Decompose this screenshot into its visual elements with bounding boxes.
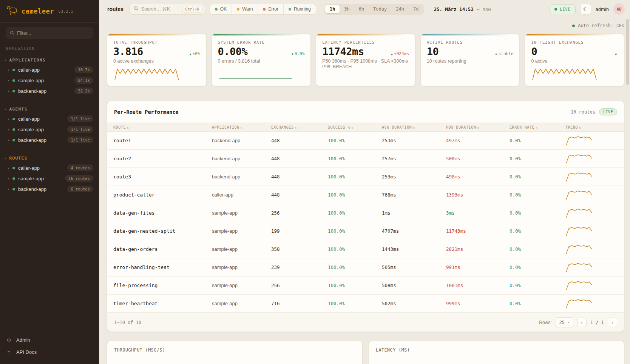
column-header-application[interactable]: APPLICATION⇅ [212,125,271,129]
table-row-product-caller[interactable]: product-callercaller-app448100.0%768ms13… [107,186,624,204]
sidebar-section-header-routes[interactable]: ▾ROUTES [0,154,99,163]
cell-route: route2 [113,156,212,161]
scrollbar[interactable] [626,19,629,361]
sidebar-item-label: sample-app [18,78,44,83]
status-filter-ok[interactable]: OK [210,4,232,14]
table-row-timer-heartbeat[interactable]: timer-heartbeatsample-app716100.0%502ms9… [107,295,624,313]
table-row-error-handling-test[interactable]: error-handling-testsample-app239100.0%50… [107,258,624,276]
cell-trend-sparkline [565,208,624,218]
column-header-label: P99 DURATION [446,125,476,129]
search-shortcut-badge: Ctrl+K [182,6,202,12]
sidebar-item-caller-app[interactable]: ▸caller-app1/1 live [0,114,99,124]
cell-avg-duration: 1ms [382,210,446,216]
time-range-24h[interactable]: 24h [391,5,409,13]
sidebar-footer-api-docs[interactable]: ≡API Docs [6,346,93,358]
camel-logo-icon [6,5,18,17]
next-page-button[interactable]: › [608,318,617,327]
sidebar-item-sample-app[interactable]: ▸sample-app16 routes [0,173,99,184]
sidebar-item-caller-app[interactable]: ▸caller-app4 routes [0,163,99,173]
date-range[interactable]: 25. März 14:53 — now [428,6,496,12]
sidebar-section-applications: ▾APPLICATIONS▸caller-app10.7k▸sample-app… [0,54,99,96]
cell-avg-duration: 253ms [382,138,446,143]
date-range-start: 25. März 14:53 [434,6,473,12]
status-filter-running[interactable]: Running [283,4,316,14]
cell-success: 100.0% [328,264,382,270]
column-header-route[interactable]: ROUTE⇅ [113,125,212,129]
global-search[interactable]: Ctrl+K [130,4,205,15]
sidebar-section-routes: ▾ROUTES▸caller-app4 routes▸sample-app16 … [0,150,99,194]
column-header-error-rate[interactable]: ERROR RATE⇅ [510,125,565,129]
cell-avg-duration: 253ms [382,174,446,180]
sidebar-item-label: backend-app [18,186,46,192]
time-range-7d[interactable]: 7d [409,5,423,13]
status-filter-error[interactable]: Error [258,4,283,14]
sidebar-item-sample-app[interactable]: ▸sample-app1/1 live [0,124,99,135]
table-row-route1[interactable]: route1backend-app448100.0%253ms497ms0.0% [107,132,624,150]
kpi-subtitle: P50 360ms · P95 1008ms · SLA <300ms [322,58,409,64]
table-row-file-processing[interactable]: file-processingsample-app256100.0%508ms1… [107,276,624,295]
table-row-route3[interactable]: route3backend-app448100.0%253ms498ms0.0% [107,168,624,186]
status-filter-label: Running [294,6,311,12]
sidebar-item-backend-app[interactable]: ▸backend-app6 routes [0,184,99,194]
date-range-separator: — [477,6,480,12]
column-header-success-[interactable]: SUCCESS %⇅ [328,125,382,129]
kpi-label: ACTIVE ROUTES [427,40,514,45]
table-row-data-gen-files[interactable]: data-gen-filessample-app256100.0%1ms3ms0… [107,204,624,222]
cell-trend-sparkline [565,190,624,200]
table-row-data-gen-orders[interactable]: data-gen-orderssample-app358100.0%1443ms… [107,240,624,258]
kpi-accent-bar [525,34,624,35]
kpi-card-total-throughput: TOTAL THROUGHPUT3.816▲+0%0 active exchan… [107,34,207,86]
column-header-avg-duration[interactable]: AVG DURATION⇅ [382,125,446,129]
sidebar-item-label: backend-app [18,137,46,143]
sidebar-section-label: AGENTS [9,107,28,112]
column-header-trend[interactable]: TREND⇅ [565,125,624,129]
sidebar-item-badge: 1/1 live [67,137,93,143]
sidebar-item-caller-app[interactable]: ▸caller-app10.7k [0,65,99,75]
sort-icon: ⇅ [413,126,415,129]
global-search-input[interactable] [141,6,179,12]
cell-application: sample-app [212,301,271,306]
time-range-3h[interactable]: 3h [340,5,354,13]
time-range-6h[interactable]: 6h [354,5,369,13]
kpi-value: 0.00% [218,46,248,57]
status-dot-icon [263,8,266,11]
scrollbar-thumb[interactable] [626,19,629,85]
theme-toggle-button[interactable]: ☾ [580,4,591,15]
live-toggle-button[interactable]: LIVE [550,4,576,14]
cell-exchanges: 256 [271,283,328,288]
cell-success: 100.0% [328,283,382,288]
status-dot-icon [12,188,15,190]
status-filter-warn[interactable]: Warn [232,4,258,14]
sidebar-item-backend-app[interactable]: ▸backend-app1/1 live [0,135,99,145]
sidebar-item-badge: 84.1k [74,77,93,84]
column-header-exchanges[interactable]: EXCHANGES⇅ [271,125,328,129]
stable-icon: ⇄ [496,52,497,56]
kpi-cards: TOTAL THROUGHPUT3.816▲+0%0 active exchan… [107,34,624,86]
kpi-label: IN-FLIGHT EXCHANGES [531,40,618,45]
kpi-accent-bar [421,34,520,35]
rows-per-page-select[interactable]: 25 ▾ [556,317,573,327]
kpi-subtitle: 0 active exchanges [113,58,200,64]
avatar[interactable]: AD [613,3,625,15]
sidebar-section-header-applications[interactable]: ▾APPLICATIONS [0,56,99,65]
table-row-data-gen-nested-split[interactable]: data-gen-nested-splitsample-app199100.0%… [107,222,624,240]
sidebar-footer-admin[interactable]: ⚙Admin [6,334,93,346]
prev-page-button[interactable]: ‹ [577,318,587,327]
sidebar-section-agents: ▾AGENTS▸caller-app1/1 live▸sample-app1/1… [0,101,99,145]
column-header-label: AVG DURATION [382,125,412,129]
cell-success: 100.0% [328,192,382,198]
sidebar-filter-input[interactable] [17,31,89,36]
sidebar-filter[interactable] [6,28,93,38]
caret-icon: ▾ [5,59,6,62]
cell-avg-duration: 768ms [382,192,446,198]
column-header-p99-duration[interactable]: P99 DURATION⇅ [446,125,510,129]
cell-success: 100.0% [328,174,382,180]
table-row-route2[interactable]: route2backend-app448100.0%257ms500ms0.0% [107,150,624,168]
sidebar-section-header-agents[interactable]: ▾AGENTS [0,105,99,114]
time-range-1h[interactable]: 1h [325,5,340,13]
kpi-sparkline [113,66,200,81]
sidebar-item-sample-app[interactable]: ▸sample-app84.1k [0,75,99,86]
cell-route: route1 [113,138,212,143]
time-range-today[interactable]: Today [369,5,391,13]
sidebar-item-backend-app[interactable]: ▸backend-app32.2k [0,86,99,96]
